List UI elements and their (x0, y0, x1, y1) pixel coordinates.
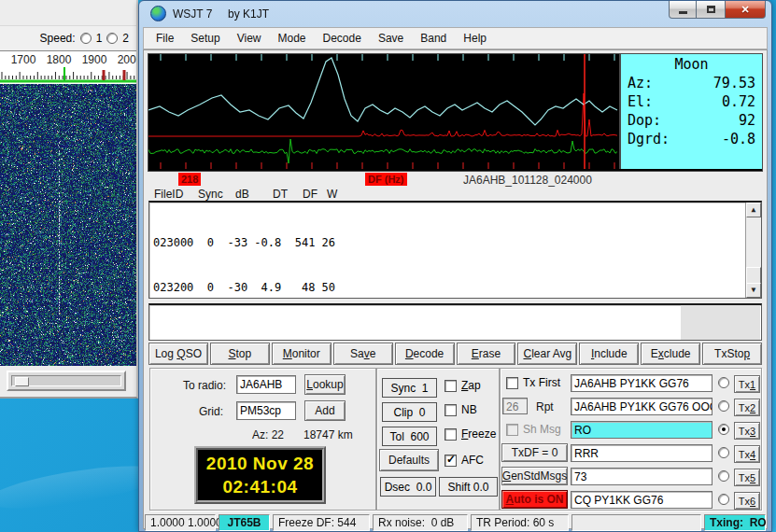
tx1-radio[interactable] (718, 377, 729, 388)
grid-input[interactable]: PM53cp (236, 401, 296, 420)
wsjt-window: WSJT 7 by K1JT ✕ File Setup View Mode De… (138, 0, 772, 532)
menu-setup[interactable]: Setup (182, 29, 228, 48)
tx3-button[interactable]: Tx3 (734, 422, 760, 440)
tx5-radio[interactable] (718, 470, 729, 482)
auto-on-button[interactable]: Auto is ON (501, 490, 568, 509)
scroll-down-icon[interactable]: ▼ (746, 283, 761, 298)
menu-band[interactable]: Band (412, 29, 455, 48)
menu-help[interactable]: Help (455, 29, 495, 48)
rpt-label: Rpt (536, 400, 554, 413)
station-group: To radio: JA6AHB Lookup Grid: PM53cp Add… (149, 368, 376, 511)
afc-checkbox[interactable] (444, 455, 457, 467)
moon-panel: Moon Az:79.53 El:0.72 Dop:92 Dgrd:-0.8 (619, 54, 762, 169)
avg-line: 125100 1 1/49 (153, 338, 761, 341)
tx6-button[interactable]: Tx6 (734, 492, 760, 510)
tx-message-1[interactable]: JA6AHB PY1KK GG76 (571, 374, 713, 392)
lookup-button[interactable]: Lookup (304, 374, 346, 395)
status-freeze-df: Freeze DF: 544 (273, 514, 370, 531)
menu-view[interactable]: View (229, 29, 270, 48)
freq-label-1800: 1800 (47, 53, 72, 66)
monitor-button[interactable]: Monitor (272, 343, 332, 365)
zap-row: Zap (444, 379, 481, 392)
tx3-radio[interactable] (718, 424, 729, 435)
moon-title: Moon (628, 56, 755, 73)
rpt-input[interactable]: 26 (502, 398, 528, 414)
titlebar[interactable]: WSJT 7 by K1JT ✕ (139, 1, 771, 26)
maximize-button[interactable] (697, 1, 725, 19)
decode-text-area[interactable]: 023000 0 -33 -0.8 541 26 023200 0 -30 4.… (148, 201, 762, 299)
clip-field[interactable]: Clip 0 (382, 402, 437, 422)
tx4-radio[interactable] (718, 447, 729, 458)
tx6-radio[interactable] (718, 494, 729, 505)
maximize-icon (707, 6, 715, 13)
waterfall-scrollbar-track[interactable] (11, 375, 121, 386)
status-mode-badge: JT65B (219, 514, 270, 531)
tx-first-checkbox[interactable] (506, 377, 518, 389)
window-title: WSJT 7 (173, 7, 212, 21)
defaults-button[interactable]: Defaults (379, 449, 439, 471)
moon-el-value: 0.72 (722, 92, 755, 111)
df-axis-tag: DF (Hz) (365, 173, 407, 186)
speed-option-2-label: 2 (122, 32, 129, 45)
moon-dop-value: 92 (739, 111, 755, 130)
tx-message-2[interactable]: JA6AHB PY1KK GG76 OOO (571, 398, 713, 415)
waterfall-scrollbar-thumb[interactable] (15, 377, 29, 386)
tx4-button[interactable]: Tx4 (734, 445, 760, 463)
tx-message-5[interactable]: 73 (571, 468, 713, 485)
include-button[interactable]: Include (579, 343, 639, 365)
menu-decode[interactable]: Decode (315, 29, 370, 48)
waterfall-display[interactable] (0, 84, 136, 366)
status-tr-period: TR Period: 60 s (471, 514, 569, 531)
dsec-field[interactable]: Dsec 0.0 (380, 477, 436, 497)
zap-checkbox[interactable] (444, 380, 457, 392)
to-radio-input[interactable]: JA6AHB (236, 375, 296, 394)
freq-marker-tag: 218 (178, 173, 201, 186)
col-w: W (327, 188, 337, 201)
clear-avg-button[interactable]: Clear Avg (517, 343, 577, 365)
speed-radio-1[interactable] (80, 33, 92, 44)
menu-mode[interactable]: Mode (270, 29, 315, 48)
add-button[interactable]: Add (304, 400, 346, 421)
menu-file[interactable]: File (148, 29, 182, 48)
tx-message-3[interactable]: RO (571, 421, 713, 439)
shift-field[interactable]: Shift 0.0 (439, 477, 498, 497)
log-qso-button[interactable]: Log QSO (148, 343, 208, 365)
col-fileid: FileID (154, 188, 183, 201)
waterfall-scrollbar[interactable] (7, 371, 126, 391)
tx1-button[interactable]: Tx1 (734, 375, 760, 393)
freeze-checkbox[interactable] (444, 428, 457, 441)
minimize-button[interactable] (669, 1, 697, 19)
exclude-button[interactable]: Exclude (641, 343, 700, 365)
erase-button[interactable]: Erase (457, 343, 516, 365)
grid-label: Grid: (199, 405, 223, 418)
spectrum-graph[interactable] (148, 54, 619, 169)
tol-field[interactable]: Tol 600 (382, 427, 437, 446)
save-button[interactable]: Save (333, 343, 393, 365)
status-txing-badge: Txing: RO (704, 514, 766, 531)
gen-std-msgs-button[interactable]: GenStdMsgs (501, 467, 568, 485)
speed-radio-2[interactable] (106, 33, 118, 44)
tx5-button[interactable]: Tx5 (734, 469, 760, 486)
txdf-button[interactable]: TxDF = 0 (501, 443, 568, 462)
menu-save[interactable]: Save (370, 29, 412, 48)
stop-button[interactable]: Stop (210, 343, 270, 365)
speed-label: Speed: (40, 32, 76, 45)
tx2-button[interactable]: Tx2 (734, 399, 760, 416)
speed-control-row: Speed: 1 2 (0, 26, 136, 50)
window-byline: by K1JT (228, 7, 269, 21)
sync-field[interactable]: Sync 1 (382, 378, 437, 398)
txstop-button[interactable]: TxStop (702, 343, 762, 365)
close-button[interactable]: ✕ (725, 1, 766, 19)
status-bar: 1.0000 1.0000 JT65B Freeze DF: 544 Rx no… (144, 513, 767, 532)
decode-button[interactable]: Decode (395, 343, 455, 365)
sh-msg-checkbox[interactable] (506, 424, 518, 436)
graph-frame: Moon Az:79.53 El:0.72 Dop:92 Dgrd:-0.8 (148, 53, 763, 172)
average-text-area[interactable]: 125100 1 1/49 125100 2 0/50 (148, 303, 762, 341)
nb-checkbox[interactable] (444, 404, 457, 416)
tx-message-4[interactable]: RRR (571, 444, 713, 462)
decode-scrollbar[interactable]: ▲ ▼ (745, 203, 761, 298)
tx2-radio[interactable] (718, 400, 729, 412)
tx-message-6[interactable]: CQ PY1KK GG76 (571, 491, 713, 509)
tx-first-label: Tx First (523, 376, 560, 389)
scroll-up-icon[interactable]: ▲ (746, 203, 761, 217)
